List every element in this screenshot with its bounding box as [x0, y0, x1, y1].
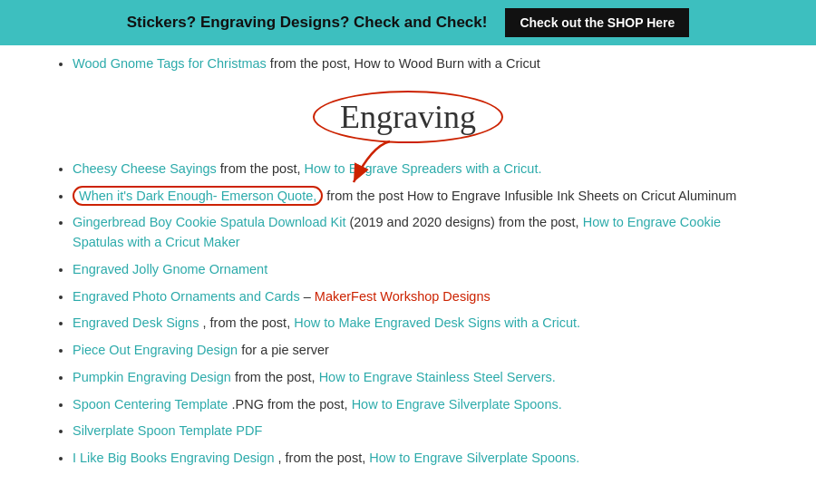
piece-out-suffix: for a pie server	[241, 343, 329, 357]
makerfest-link[interactable]: MakerFest Workshop Designs	[315, 289, 491, 304]
list-item: Engraved Photo Ornaments and Cards – Mak…	[73, 287, 771, 307]
list-item: Gingerbread Boy Cookie Spatula Download …	[73, 213, 771, 253]
list-item: Piece Out Engraving Design for a pie ser…	[73, 341, 771, 361]
gingerbread-link[interactable]: Gingerbread Boy Cookie Spatula Download …	[73, 215, 345, 229]
main-content: Wood Gnome Tags for Christmas from the p…	[0, 45, 816, 504]
list-item: Silverplate Spoon Template PDF	[73, 422, 771, 441]
gnome-ornament-link[interactable]: Engraved Jolly Gnome Ornament	[73, 262, 267, 276]
list-item: Pumpkin Engraving Design from the post, …	[73, 368, 771, 388]
spoon-centering-link[interactable]: Spoon Centering Template	[73, 397, 228, 412]
shop-button[interactable]: Check out the SHOP Here	[505, 8, 689, 37]
list-item: Cheesy Cheese Sayings from the post, How…	[73, 160, 771, 179]
desk-signs-post-link[interactable]: How to Make Engraved Desk Signs with a C…	[294, 315, 580, 330]
header-tagline: Stickers? Engraving Designs? Check and C…	[127, 14, 488, 32]
engraving-list: Cheesy Cheese Sayings from the post, How…	[45, 160, 771, 469]
cheesy-cheese-link[interactable]: Cheesy Cheese Sayings	[73, 161, 217, 176]
list-item: I Like Big Books Engraving Design , from…	[73, 449, 771, 469]
sewing-heading: Sewing	[45, 496, 771, 504]
list-item: Engraved Desk Signs , from the post, How…	[73, 314, 771, 334]
photo-ornaments-link[interactable]: Engraved Photo Ornaments and Cards	[73, 289, 300, 304]
gingerbread-suffix: from the post,	[499, 215, 583, 229]
big-books-link[interactable]: I Like Big Books Engraving Design	[73, 451, 274, 465]
silverplate-link[interactable]: Silverplate Spoon Template PDF	[73, 423, 262, 438]
engraving-section-heading-wrapper: Engraving	[45, 91, 771, 143]
spoon-centering-suffix: .PNG from the post,	[231, 397, 351, 412]
wood-gnome-link[interactable]: Wood Gnome Tags for Christmas	[73, 56, 267, 71]
spoon-centering-post-link[interactable]: How to Engrave Silverplate Spoons.	[352, 397, 562, 412]
pumpkin-link[interactable]: Pumpkin Engraving Design	[73, 370, 231, 384]
photo-ornaments-dash: –	[304, 289, 315, 304]
dark-enough-link[interactable]: When it's Dark Enough- Emerson Quote,	[73, 186, 323, 206]
piece-out-link[interactable]: Piece Out Engraving Design	[73, 343, 238, 357]
cheesy-post-link[interactable]: How to Engrave Spreaders with a Cricut.	[305, 161, 542, 176]
pumpkin-post-link[interactable]: How to Engrave Stainless Steel Servers.	[319, 370, 556, 384]
list-item: Engraved Jolly Gnome Ornament	[73, 260, 771, 280]
big-books-post-link[interactable]: How to Engrave Silverplate Spoons.	[369, 451, 579, 465]
list-item-dark-enough: When it's Dark Enough- Emerson Quote, fr…	[73, 187, 771, 207]
list-item: Wood Gnome Tags for Christmas from the p…	[73, 54, 771, 74]
big-books-suffix: , from the post,	[278, 451, 370, 465]
desk-signs-link[interactable]: Engraved Desk Signs	[73, 315, 199, 330]
desk-signs-suffix: , from the post,	[202, 315, 294, 330]
dark-enough-suffix: from the post How to Engrave Infusible I…	[326, 189, 736, 203]
pumpkin-suffix: from the post,	[235, 370, 319, 384]
top-list: Wood Gnome Tags for Christmas from the p…	[45, 54, 771, 74]
list-item: Spoon Centering Template .PNG from the p…	[73, 395, 771, 415]
cheesy-suffix: from the post,	[220, 161, 305, 176]
gingerbread-extra: (2019 and 2020 designs)	[350, 215, 495, 229]
header-banner: Stickers? Engraving Designs? Check and C…	[0, 0, 816, 45]
engraving-heading: Engraving	[313, 91, 503, 143]
wood-gnome-suffix: from the post, How to Wood Burn with a C…	[270, 56, 540, 71]
